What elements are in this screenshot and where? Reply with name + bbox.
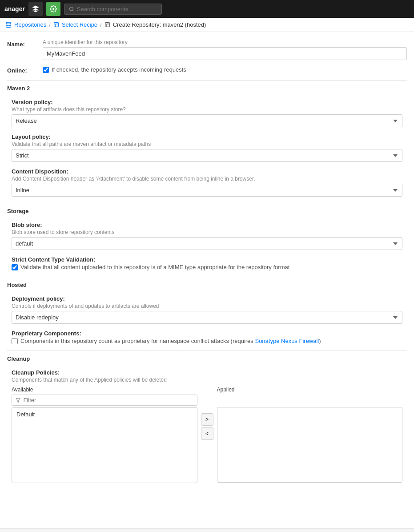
layout-policy-title: Layout policy:: [12, 133, 402, 140]
settings-icon-box[interactable]: [46, 2, 60, 16]
listbox-arrows: > <: [201, 387, 213, 440]
name-label: Name:: [7, 41, 25, 48]
action-bar: Create repository Cancel: [0, 528, 414, 532]
cleanup-section-header: Cleanup: [7, 351, 407, 365]
online-checkbox-row: If checked, the repository accepts incom…: [43, 66, 407, 73]
blob-store-select[interactable]: default: [12, 237, 402, 250]
create-repo-icon: [105, 22, 110, 28]
repositories-icon: [5, 22, 12, 28]
proprietary-desc: Components in this repository count as p…: [20, 338, 321, 344]
blob-store-desc: Blob store used to store repository cont…: [12, 229, 402, 235]
search-input[interactable]: [77, 6, 157, 12]
blob-store-title: Blob store:: [12, 222, 402, 228]
available-listbox[interactable]: Default: [12, 407, 197, 483]
svg-rect-2: [54, 23, 59, 27]
content-disposition-select[interactable]: Inline Attachment: [12, 184, 402, 197]
search-box[interactable]: [64, 4, 162, 15]
name-input[interactable]: [43, 47, 407, 60]
deployment-policy-desc: Controls if deployments of and updates t…: [12, 303, 402, 309]
svg-point-0: [69, 7, 73, 11]
cleanup-sub-section: Cleanup Policies: Components that match …: [7, 369, 407, 483]
applied-label: Applied: [217, 387, 403, 393]
filter-input[interactable]: [23, 397, 193, 403]
breadcrumb-sep1: /: [49, 21, 51, 28]
page-content: Name: A unique identifier for this repos…: [0, 32, 414, 528]
cleanup-policies-title: Cleanup Policies:: [12, 369, 402, 376]
maven2-section-header: Maven 2: [7, 80, 407, 94]
proprietary-title: Proprietary Components:: [12, 330, 402, 337]
proprietary-checkbox-row: Components in this repository count as p…: [12, 338, 402, 344]
strict-content-field: Strict Content Type Validation: Validate…: [12, 256, 402, 270]
deployment-policy-title: Deployment policy:: [12, 295, 402, 302]
hosted-sub-section: Deployment policy: Controls if deploymen…: [7, 295, 407, 344]
svg-marker-4: [16, 398, 20, 402]
breadcrumb-repositories[interactable]: Repositories: [14, 21, 46, 28]
layout-policy-desc: Validate that all paths are maven artifa…: [12, 141, 402, 147]
dual-listbox: Available Default > < Applied: [12, 387, 402, 483]
name-field: Name: A unique identifier for this repos…: [7, 39, 407, 60]
version-policy-field: Version policy: What type of artifacts d…: [12, 99, 402, 127]
online-field: Online: If checked, the repository accep…: [7, 66, 407, 74]
content-disposition-desc: Add Content-Disposition header as 'Attac…: [12, 176, 402, 182]
blob-store-field: Blob store: Blob store used to store rep…: [12, 222, 402, 250]
online-checkbox[interactable]: [43, 67, 49, 73]
content-disposition-title: Content Disposition:: [12, 168, 402, 175]
online-desc: If checked, the repository accepts incom…: [52, 66, 186, 73]
layout-policy-select[interactable]: Strict Permissive: [12, 149, 402, 162]
deployment-policy-select[interactable]: Disable redeploy Allow redeploy Read-onl…: [12, 311, 402, 324]
storage-sub-section: Blob store: Blob store used to store rep…: [7, 222, 407, 270]
topnav-title: anager: [4, 5, 25, 12]
topnav: anager: [0, 0, 414, 18]
version-policy-select[interactable]: Release Snapshot Mixed: [12, 114, 402, 127]
deployment-policy-field: Deployment policy: Controls if deploymen…: [12, 295, 402, 324]
breadcrumb-current: Create Repository: maven2 (hosted): [113, 21, 206, 28]
version-policy-title: Version policy:: [12, 99, 402, 105]
move-right-button[interactable]: >: [201, 413, 213, 426]
proprietary-field: Proprietary Components: Components in th…: [12, 330, 402, 344]
svg-point-1: [6, 22, 11, 24]
cleanup-policies-desc: Components that match any of the Applied…: [12, 377, 402, 383]
strict-content-checkbox-row: Validate that all content uploaded to th…: [12, 264, 402, 270]
applied-side: Applied: [217, 387, 403, 483]
recipe-icon: [53, 22, 59, 28]
version-policy-desc: What type of artifacts does this reposit…: [12, 106, 402, 113]
breadcrumb-select-recipe[interactable]: Select Recipe: [62, 21, 97, 28]
breadcrumb-sep2: /: [100, 21, 102, 28]
strict-content-title: Strict Content Type Validation:: [12, 256, 402, 263]
breadcrumb: Repositories / Select Recipe / Create Re…: [0, 18, 414, 32]
strict-content-checkbox[interactable]: [12, 264, 18, 270]
storage-section-header: Storage: [7, 203, 407, 217]
filter-icon: [16, 398, 20, 403]
content-disposition-field: Content Disposition: Add Content-Disposi…: [12, 168, 402, 197]
svg-rect-3: [105, 23, 109, 27]
available-label: Available: [12, 387, 197, 393]
layout-policy-field: Layout policy: Validate that all paths a…: [12, 133, 402, 162]
filter-input-wrap: [12, 395, 197, 406]
available-side: Available Default: [12, 387, 197, 483]
strict-content-desc: Validate that all content uploaded to th…: [20, 264, 289, 270]
move-left-button[interactable]: <: [201, 427, 213, 440]
applied-listbox[interactable]: [217, 407, 403, 483]
component-icon[interactable]: [28, 2, 43, 16]
online-label: Online:: [7, 67, 27, 74]
proprietary-checkbox[interactable]: [12, 338, 18, 344]
list-item[interactable]: Default: [14, 410, 195, 419]
hosted-section-header: Hosted: [7, 277, 407, 291]
name-desc: A unique identifier for this repository: [43, 39, 407, 45]
maven2-sub-section: Version policy: What type of artifacts d…: [7, 99, 407, 197]
